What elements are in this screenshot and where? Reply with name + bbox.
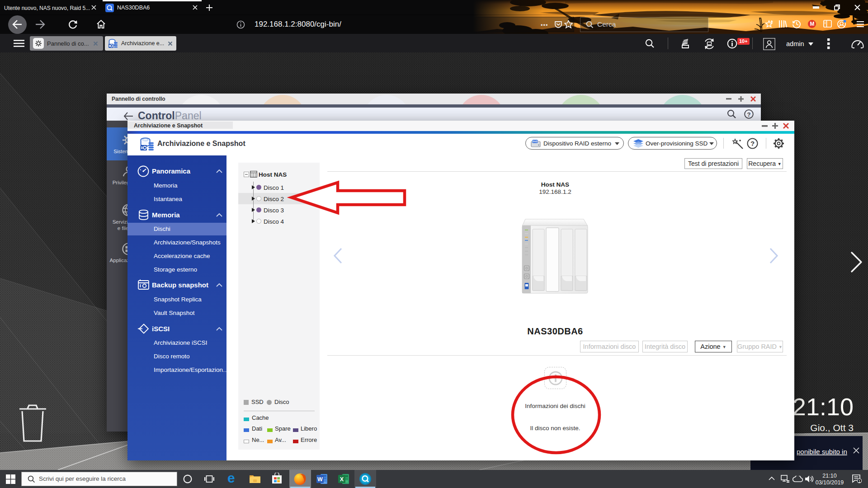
svg-text:?: ?	[750, 140, 755, 147]
svg-text:X: X	[340, 476, 344, 483]
svg-text:?: ?	[747, 111, 751, 118]
svg-text:RAID: RAID	[532, 140, 538, 143]
svg-text:21:10: 21:10	[793, 393, 854, 420]
svg-text:Gio., Ott 3: Gio., Ott 3	[810, 422, 854, 433]
svg-text:ponibile subito in: ponibile subito in	[797, 448, 847, 455]
svg-text:W: W	[317, 476, 323, 483]
svg-text:1: 1	[858, 479, 860, 483]
